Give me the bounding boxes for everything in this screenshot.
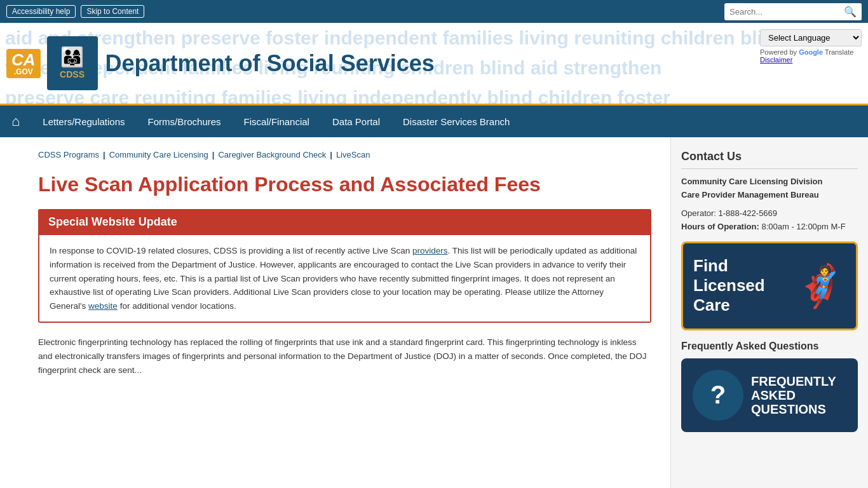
update-text-3: for additional vendor locations.	[118, 301, 236, 311]
breadcrumb-caregiver-bg[interactable]: Caregiver Background Check	[218, 150, 326, 159]
header-title: Department of Social Services	[105, 50, 435, 77]
find-licensed-care-banner[interactable]: Find Licensed Care 🦸	[681, 241, 858, 330]
home-icon[interactable]: ⌂	[0, 105, 31, 137]
nav-letters-regulations[interactable]: Letters/Regulations	[31, 109, 136, 135]
faq-icon-circle: ?	[693, 370, 743, 421]
find-care-text: Find Licensed Care	[693, 256, 782, 316]
breadcrumb-community-care[interactable]: Community Care Licensing	[109, 150, 208, 159]
nav-forms-brochures[interactable]: Forms/Brochures	[137, 109, 233, 135]
special-update-body: In response to COVID-19 related closures…	[38, 235, 651, 323]
breadcrumb-livescan[interactable]: LiveScan	[336, 150, 370, 159]
find-care-mascot-icon: 🦸	[795, 266, 846, 306]
update-text-1: In response to COVID-19 related closures…	[50, 246, 412, 255]
special-update-section: Special Website Update In response to CO…	[38, 209, 651, 323]
sidebar: Contact Us Community Care Licensing Divi…	[671, 137, 868, 488]
hours-value: 8:00am - 12:00pm M-F	[761, 222, 845, 231]
contact-org-line1: Community Care Licensing Division	[681, 177, 823, 186]
main-navigation: ⌂ Letters/Regulations Forms/Brochures Fi…	[0, 105, 868, 137]
search-button[interactable]: 🔍	[839, 3, 862, 20]
nav-data-portal[interactable]: Data Portal	[321, 109, 391, 135]
breadcrumb-cdss-programs[interactable]: CDSS Programs	[38, 150, 99, 159]
top-bar: Accessibility help Skip to Content 🔍	[0, 0, 868, 23]
google-label: Google	[799, 48, 823, 56]
special-update-header: Special Website Update	[38, 209, 651, 235]
contact-org-line2: Care Provider Management Bureau	[681, 190, 819, 200]
faq-title: Frequently Asked Questions	[681, 341, 858, 352]
top-bar-links: Accessibility help Skip to Content	[6, 5, 144, 18]
skip-to-content-link[interactable]: Skip to Content	[81, 5, 144, 18]
contact-operator: Operator: 1-888-422-5669	[681, 208, 858, 218]
language-selector[interactable]: Select Language	[760, 29, 862, 46]
search-box: 🔍	[724, 3, 862, 20]
header-logos: CA .GOV 👨‍👩‍👧 CDSS	[6, 36, 98, 90]
nav-fiscal-financial[interactable]: Fiscal/Financial	[233, 109, 321, 135]
top-bar-right: 🔍	[724, 3, 862, 20]
breadcrumb-sep-1: |	[103, 150, 105, 159]
providers-link[interactable]: providers	[412, 246, 448, 255]
disclaimer-link[interactable]: Disclaimer	[760, 56, 792, 64]
ca-gov-logo: CA .GOV	[6, 49, 41, 78]
search-input[interactable]	[724, 4, 839, 19]
main-content: CDSS Programs | Community Care Licensing…	[0, 137, 671, 488]
faq-banner-text: FREQUENTLY ASKED QUESTIONS	[751, 374, 846, 416]
translate-label: Translate	[825, 48, 853, 56]
site-header: aid and strengthen preserve foster indep…	[0, 23, 868, 105]
faq-question-mark: ?	[710, 381, 726, 409]
translate-info: Powered by Google Translate Disclaimer	[760, 48, 862, 64]
contact-hours: Hours of Operation: 8:00am - 12:00pm M-F	[681, 222, 858, 231]
nav-disaster-services[interactable]: Disaster Services Branch	[391, 109, 521, 135]
website-link[interactable]: website	[88, 301, 118, 311]
contact-org: Community Care Licensing Division Care P…	[681, 175, 858, 202]
page-title: Live Scan Application Process and Associ…	[38, 172, 651, 196]
cdss-figures-icon: 👨‍👩‍👧	[60, 48, 85, 67]
breadcrumb: CDSS Programs | Community Care Licensing…	[38, 150, 651, 159]
accessibility-link[interactable]: Accessibility help	[6, 5, 76, 18]
body-text: Electronic fingerprinting technology has…	[38, 336, 651, 377]
operator-label: Operator:	[681, 208, 716, 218]
operator-phone: 1-888-422-5669	[719, 208, 778, 218]
special-update-title: Special Website Update	[48, 215, 177, 228]
content-wrapper: CDSS Programs | Community Care Licensing…	[0, 137, 868, 488]
breadcrumb-sep-3: |	[330, 150, 332, 159]
header-right: Select Language Powered by Google Transl…	[760, 29, 862, 64]
cdss-logo: 👨‍👩‍👧 CDSS	[47, 36, 98, 90]
contact-us-title: Contact Us	[681, 150, 858, 169]
faq-banner[interactable]: ? FREQUENTLY ASKED QUESTIONS	[681, 358, 858, 432]
powered-by-label: Powered by	[760, 48, 797, 56]
breadcrumb-sep-2: |	[212, 150, 215, 159]
language-dropdown[interactable]: Select Language	[760, 29, 862, 46]
site-name: Department of Social Services	[105, 50, 435, 77]
hours-label: Hours of Operation:	[681, 222, 759, 231]
